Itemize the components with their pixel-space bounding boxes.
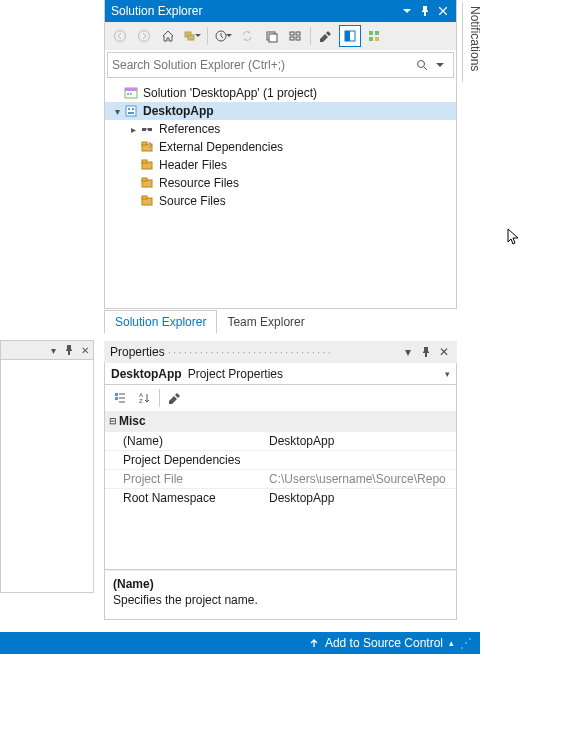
prop-row-deps[interactable]: Project Dependencies [105, 450, 456, 469]
search-options-icon[interactable] [431, 61, 449, 69]
references-label: References [159, 122, 220, 136]
svg-rect-33 [142, 178, 147, 181]
preview-button[interactable] [339, 25, 361, 47]
properties-panel: Properties ∙∙∙∙∙∙∙∙∙∙∙∙∙∙∙∙∙∙∙∙∙∙∙∙∙∙∙∙∙… [104, 341, 457, 620]
solution-label: Solution 'DesktopApp' (1 project) [143, 86, 317, 100]
alphabetical-button[interactable]: AZ [133, 387, 155, 409]
folder-icon [139, 175, 155, 191]
folder-icon [139, 157, 155, 173]
add-source-control-button[interactable]: Add to Source Control [325, 636, 443, 650]
panel-title: Solution Explorer [111, 4, 202, 18]
tree-references-node[interactable]: References [105, 120, 456, 138]
svg-rect-24 [132, 108, 134, 110]
desc-name: (Name) [113, 577, 448, 591]
prop-value[interactable] [265, 451, 456, 469]
svg-rect-14 [375, 31, 379, 35]
prop-row-namespace[interactable]: Root Namespace DesktopApp [105, 488, 456, 507]
properties-title: Properties [110, 345, 165, 359]
svg-rect-29 [142, 142, 147, 145]
combo-object-name: DesktopApp [111, 367, 182, 381]
desc-text: Specifies the project name. [113, 593, 448, 607]
collapse-button[interactable] [260, 25, 282, 47]
solution-tree[interactable]: Solution 'DesktopApp' (1 project) Deskto… [105, 80, 456, 308]
resize-grip-icon[interactable]: ⋰ [460, 636, 472, 650]
source-files-label: Source Files [159, 194, 226, 208]
scope-button[interactable] [181, 25, 203, 47]
tree-external-deps-node[interactable]: External Dependencies [105, 138, 456, 156]
external-deps-label: External Dependencies [159, 140, 283, 154]
dropdown-icon[interactable] [400, 4, 414, 18]
svg-rect-23 [128, 108, 130, 110]
forward-button[interactable] [133, 25, 155, 47]
pin-icon[interactable] [419, 347, 433, 357]
search-input[interactable] [112, 58, 413, 72]
properties-button[interactable] [315, 25, 337, 47]
prop-value[interactable]: DesktopApp [265, 432, 456, 450]
svg-point-1 [139, 31, 150, 42]
svg-rect-37 [115, 397, 118, 400]
svg-point-17 [418, 61, 425, 68]
properties-description: (Name) Specifies the project name. [104, 570, 457, 620]
view-class-button[interactable] [363, 25, 385, 47]
tree-header-files-node[interactable]: Header Files [105, 156, 456, 174]
svg-rect-8 [290, 37, 294, 40]
show-all-button[interactable] [284, 25, 306, 47]
close-icon[interactable] [436, 4, 450, 18]
pin-icon[interactable] [418, 4, 432, 18]
collapse-icon[interactable]: ⊟ [107, 416, 119, 426]
bottom-tabs: Solution Explorer Team Explorer [104, 309, 457, 333]
svg-rect-7 [290, 32, 294, 35]
svg-text:Z: Z [139, 398, 143, 404]
search-icon[interactable] [413, 59, 431, 71]
close-icon[interactable]: ✕ [437, 345, 451, 359]
grip-dots: ∙∙∙∙∙∙∙∙∙∙∙∙∙∙∙∙∙∙∙∙∙∙∙∙∙∙∙∙∙∙∙ [168, 345, 333, 359]
tree-solution-node[interactable]: Solution 'DesktopApp' (1 project) [105, 84, 456, 102]
svg-rect-3 [188, 35, 194, 40]
svg-point-0 [115, 31, 126, 42]
publish-icon[interactable] [309, 638, 319, 648]
tab-solution-explorer[interactable]: Solution Explorer [104, 310, 217, 334]
svg-rect-12 [345, 31, 350, 41]
prop-value: C:\Users\username\Source\Repo [265, 470, 456, 488]
svg-rect-25 [128, 112, 134, 114]
pending-changes-button[interactable] [212, 25, 234, 47]
resource-files-label: Resource Files [159, 176, 239, 190]
close-icon[interactable]: ✕ [79, 344, 91, 356]
status-bar: Add to Source Control ▴ ⋰ [0, 632, 480, 654]
notifications-tab[interactable]: Notifications [462, 2, 482, 82]
tree-project-node[interactable]: DesktopApp [105, 102, 456, 120]
svg-rect-16 [375, 37, 379, 41]
prop-name: Root Namespace [105, 489, 265, 507]
back-button[interactable] [109, 25, 131, 47]
docked-panel-left: ▾ ✕ [0, 340, 94, 593]
chevron-down-icon[interactable]: ▾ [445, 369, 450, 379]
solution-explorer-toolbar [105, 22, 456, 50]
search-box[interactable] [107, 52, 454, 78]
svg-rect-35 [142, 196, 147, 199]
sync-button[interactable] [236, 25, 258, 47]
dropdown-icon[interactable]: ▾ [401, 345, 415, 359]
prop-row-file[interactable]: Project File C:\Users\username\Source\Re… [105, 469, 456, 488]
home-button[interactable] [157, 25, 179, 47]
category-label: Misc [119, 414, 146, 428]
references-icon [139, 121, 155, 137]
properties-object-combo[interactable]: DesktopApp Project Properties ▾ [104, 363, 457, 385]
properties-titlebar[interactable]: Properties ∙∙∙∙∙∙∙∙∙∙∙∙∙∙∙∙∙∙∙∙∙∙∙∙∙∙∙∙∙… [104, 341, 457, 363]
prop-value[interactable]: DesktopApp [265, 489, 456, 507]
tree-resource-files-node[interactable]: Resource Files [105, 174, 456, 192]
project-icon [123, 103, 139, 119]
dropdown-icon[interactable]: ▾ [47, 344, 59, 356]
solution-explorer-titlebar[interactable]: Solution Explorer [105, 0, 456, 22]
expander-icon[interactable] [111, 106, 123, 117]
category-row[interactable]: ⊟ Misc [105, 411, 456, 431]
property-pages-button[interactable] [164, 387, 186, 409]
tab-team-explorer[interactable]: Team Explorer [217, 310, 314, 333]
categorized-button[interactable] [109, 387, 131, 409]
chevron-up-icon[interactable]: ▴ [449, 638, 454, 648]
svg-rect-27 [148, 128, 152, 131]
pin-icon[interactable] [63, 344, 75, 356]
prop-row-name[interactable]: (Name) DesktopApp [105, 431, 456, 450]
expander-icon[interactable] [127, 124, 139, 135]
tree-source-files-node[interactable]: Source Files [105, 192, 456, 210]
svg-rect-26 [142, 128, 146, 131]
